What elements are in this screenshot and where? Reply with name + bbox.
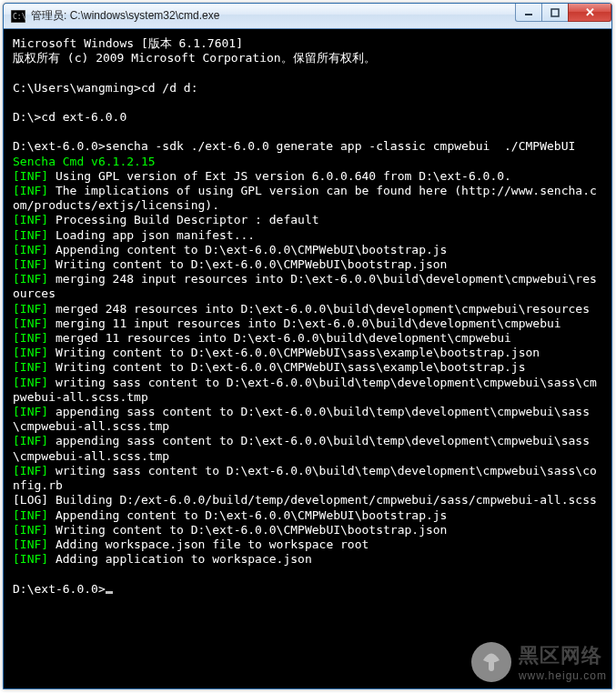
maximize-button[interactable]: [541, 4, 569, 22]
titlebar[interactable]: C:\ 管理员: C:\windows\system32\cmd.exe ✕: [4, 4, 611, 29]
terminal-output: Microsoft Windows [版本 6.1.7601] 版权所有 (c)…: [13, 36, 602, 597]
terminal-area[interactable]: Microsoft Windows [版本 6.1.7601] 版权所有 (c)…: [9, 33, 606, 683]
svg-rect-3: [551, 9, 559, 16]
svg-text:C:\: C:\: [13, 13, 25, 21]
svg-rect-2: [525, 14, 532, 15]
close-button[interactable]: ✕: [568, 4, 611, 22]
cmd-window: C:\ 管理员: C:\windows\system32\cmd.exe ✕ M…: [3, 3, 612, 689]
window-title: 管理员: C:\windows\system32\cmd.exe: [31, 8, 516, 24]
window-controls: ✕: [516, 4, 611, 28]
cmd-icon: C:\: [11, 10, 25, 23]
minimize-button[interactable]: [515, 4, 542, 22]
